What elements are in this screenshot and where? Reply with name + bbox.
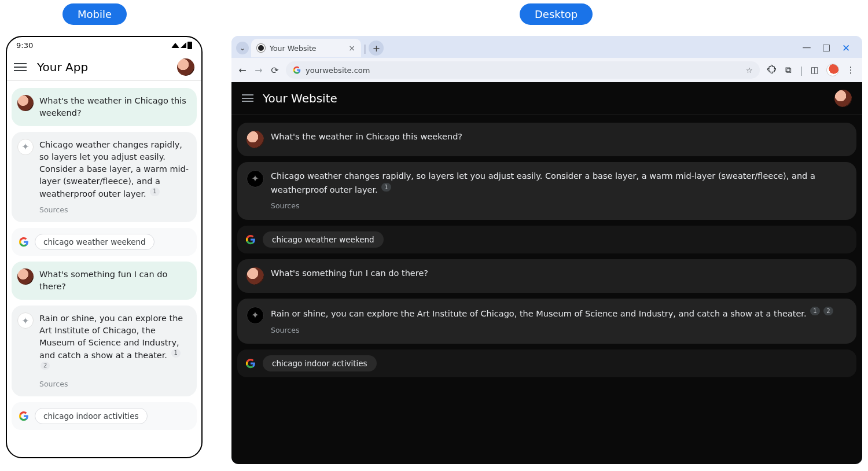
user-avatar-icon: [17, 268, 34, 285]
message-text: What's something fun I can do there?: [271, 267, 428, 285]
browser-tab-strip: ⌄ Your Website × | + — □ ✕: [231, 36, 862, 58]
message-text: Chicago weather changes rapidly, so laye…: [271, 171, 815, 194]
status-icons: [171, 42, 192, 49]
message-text: What's the weather in Chicago this weeke…: [39, 95, 189, 119]
site-title: Your Website: [263, 91, 825, 105]
user-message: What's the weather in Chicago this weeke…: [237, 123, 856, 156]
search-suggestion-row: chicago indoor activities: [12, 402, 197, 430]
search-chip[interactable]: chicago indoor activities: [263, 355, 377, 371]
app-title: Your App: [37, 60, 177, 74]
sources-label[interactable]: Sources: [39, 205, 189, 215]
forward-icon[interactable]: →: [253, 65, 264, 76]
search-suggestion-row: chicago weather weekend: [237, 226, 856, 253]
sources-label[interactable]: Sources: [271, 201, 847, 212]
minimize-icon[interactable]: —: [800, 42, 814, 54]
sidepanel-icon[interactable]: ◫: [809, 65, 821, 75]
desktop-browser-frame: ⌄ Your Website × | + — □ ✕ ← → ⟳ yourweb…: [231, 36, 862, 464]
tab-title: Your Website: [270, 44, 344, 53]
desktop-label: Desktop: [520, 3, 593, 25]
browser-tab[interactable]: Your Website ×: [251, 39, 361, 57]
user-avatar-icon: [17, 95, 34, 111]
wifi-icon: [171, 43, 179, 48]
message-text: Chicago weather changes rapidly, so laye…: [39, 140, 189, 198]
search-chip[interactable]: chicago weather weekend: [263, 231, 384, 248]
user-avatar-icon: [247, 267, 264, 285]
extensions-icon[interactable]: [766, 64, 777, 76]
google-logo-icon: [19, 237, 29, 247]
maximize-icon[interactable]: □: [819, 42, 833, 54]
star-icon[interactable]: ☆: [746, 66, 753, 75]
ai-message: ✦ Chicago weather changes rapidly, so la…: [237, 162, 856, 220]
status-bar: 9:30: [7, 37, 201, 53]
profile-avatar[interactable]: [177, 58, 194, 76]
google-logo-icon: [19, 411, 29, 421]
website-body: Your Website What's the weather in Chica…: [231, 82, 862, 464]
window-controls: — □ ✕: [800, 42, 858, 54]
sparkle-icon: ✦: [247, 170, 264, 187]
new-tab-button[interactable]: +: [369, 41, 384, 56]
citation-badge[interactable]: 2: [41, 362, 50, 370]
url-text: yourwebsite.com: [306, 66, 370, 75]
mobile-device-frame: 9:30 Your App What's the weather in Chic…: [6, 36, 203, 458]
sparkle-icon: ✦: [17, 312, 34, 329]
google-logo-icon: [293, 66, 301, 74]
user-message: What's the weather in Chicago this weeke…: [12, 88, 197, 126]
address-bar[interactable]: yourwebsite.com ☆: [286, 61, 760, 79]
profile-avatar[interactable]: [834, 90, 852, 107]
tab-search-icon[interactable]: ⌄: [236, 42, 249, 54]
site-header: Your Website: [231, 82, 862, 115]
user-avatar-icon: [247, 131, 264, 148]
search-chip[interactable]: chicago indoor activities: [35, 408, 148, 424]
search-suggestion-row: chicago weather weekend: [12, 228, 197, 256]
message-text: What's something fun I can do there?: [39, 268, 189, 293]
message-text: Rain or shine, you can explore the Art I…: [271, 309, 807, 318]
extensions-icon[interactable]: ⧉: [783, 65, 795, 75]
search-suggestion-row: chicago indoor activities: [237, 349, 856, 377]
profile-icon[interactable]: [826, 64, 839, 76]
mobile-chat-list: What's the weather in Chicago this weeke…: [7, 81, 201, 437]
citation-badge[interactable]: 2: [823, 307, 833, 315]
ai-message: ✦ Rain or shine, you can explore the Art…: [237, 299, 856, 344]
sources-label[interactable]: Sources: [271, 325, 847, 336]
menu-icon[interactable]: [14, 63, 27, 71]
sparkle-icon: ✦: [17, 139, 34, 155]
reload-icon[interactable]: ⟳: [270, 65, 280, 76]
user-message: What's something fun I can do there?: [237, 259, 856, 293]
message-text: What's the weather in Chicago this weeke…: [271, 131, 462, 148]
tab-favicon-icon: [257, 44, 265, 52]
google-logo-icon: [245, 358, 256, 369]
mobile-app-header: Your App: [7, 53, 201, 81]
close-icon[interactable]: ×: [348, 43, 355, 53]
desktop-chat-list: What's the weather in Chicago this weeke…: [231, 115, 862, 385]
status-time: 9:30: [16, 41, 33, 50]
citation-badge[interactable]: 1: [810, 307, 819, 315]
ai-message: ✦ Chicago weather changes rapidly, so la…: [12, 132, 197, 222]
sources-label[interactable]: Sources: [39, 379, 189, 389]
cell-signal-icon: [181, 42, 186, 48]
citation-badge[interactable]: 1: [381, 183, 391, 192]
citation-badge[interactable]: 1: [171, 349, 181, 358]
citation-badge[interactable]: 1: [150, 187, 159, 196]
ai-message: ✦ Rain or shine, you can explore the Art…: [12, 306, 197, 396]
mobile-label: Mobile: [62, 3, 127, 25]
battery-icon: [187, 42, 192, 49]
message-text: Rain or shine, you can explore the Art I…: [39, 314, 183, 360]
browser-toolbar: ← → ⟳ yourwebsite.com ☆ ⧉ | ◫ ⋮: [231, 58, 862, 82]
user-message: What's something fun I can do there?: [12, 262, 197, 300]
close-window-icon[interactable]: ✕: [839, 42, 853, 54]
sparkle-icon: ✦: [247, 307, 264, 324]
search-chip[interactable]: chicago weather weekend: [35, 234, 155, 250]
back-icon[interactable]: ←: [237, 65, 248, 76]
google-logo-icon: [245, 234, 256, 245]
menu-icon[interactable]: [242, 94, 253, 102]
more-icon[interactable]: ⋮: [845, 65, 856, 75]
